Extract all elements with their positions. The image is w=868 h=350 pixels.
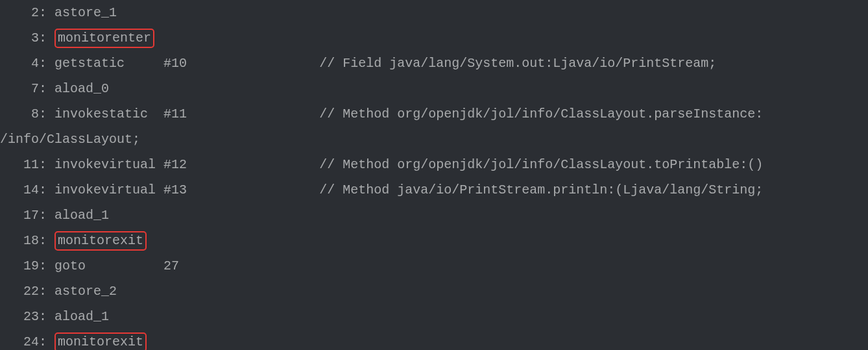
code-line: 14: invokevirtual #13 // Method java/io/… (0, 177, 868, 203)
bytecode-offset: 22: (23, 279, 47, 304)
spacer (47, 157, 54, 172)
instruction: astore_2 (54, 279, 117, 304)
spacer (47, 309, 54, 324)
bytecode-offset: 19: (23, 253, 47, 279)
indent (0, 56, 31, 71)
instruction: goto (54, 253, 86, 279)
bytecode-offset: 23: (23, 304, 47, 329)
indent (0, 106, 31, 121)
code-line: 11: invokevirtual #12 // Method org/open… (0, 152, 868, 177)
bytecode-listing: 2: astore_1 3: monitorenter 4: getstatic… (0, 0, 868, 350)
instruction: aload_0 (54, 76, 109, 101)
code-line: 2: astore_1 (0, 0, 868, 25)
spacer (47, 81, 54, 96)
code-line: 22: astore_2 (0, 279, 868, 304)
instruction: astore_1 (54, 0, 117, 25)
bytecode-offset: 24: (23, 329, 47, 350)
bytecode-offset: 2: (31, 0, 47, 25)
instruction: aload_1 (54, 203, 109, 228)
instruction: invokevirtual (54, 177, 156, 203)
code-line: 8: invokestatic #11 // Method org/openjd… (0, 101, 868, 127)
code-line: 18: monitorexit (0, 228, 868, 253)
instruction: invokevirtual (54, 152, 156, 177)
spacer (86, 258, 163, 273)
operand: #12 (163, 152, 187, 177)
highlighted-instruction: monitorexit (54, 231, 147, 251)
spacer (187, 56, 319, 71)
instruction: invokestatic (54, 101, 148, 127)
comment: // Method java/io/PrintStream.println:(L… (319, 177, 763, 203)
bytecode-offset: 4: (31, 51, 47, 76)
operand: #13 (163, 177, 187, 203)
indent (0, 208, 23, 223)
code-line: 4: getstatic #10 // Field java/lang/Syst… (0, 51, 868, 76)
highlighted-instruction: monitorexit (54, 332, 147, 350)
indent (0, 233, 23, 248)
spacer (47, 233, 54, 248)
code-line: 17: aload_1 (0, 203, 868, 228)
indent (0, 157, 23, 172)
code-line: 3: monitorenter (0, 25, 868, 51)
code-line: 19: goto 27 (0, 253, 868, 279)
code-line: 7: aload_0 (0, 76, 868, 101)
comment: // Method org/openjdk/jol/info/ClassLayo… (319, 152, 763, 177)
bytecode-offset: 7: (31, 76, 47, 101)
indent (0, 31, 31, 45)
instruction: /info/ClassLayout; (0, 127, 140, 152)
indent (0, 182, 23, 197)
indent (0, 309, 23, 324)
instruction: getstatic (54, 51, 125, 76)
bytecode-offset: 18: (23, 228, 47, 253)
operand: #11 (163, 101, 187, 127)
spacer (47, 5, 54, 20)
comment: // Method org/openjdk/jol/info/ClassLayo… (319, 101, 763, 127)
spacer (148, 106, 163, 121)
spacer (125, 56, 163, 71)
bytecode-offset: 17: (23, 203, 47, 228)
operand: 27 (163, 253, 179, 279)
spacer (187, 106, 319, 121)
spacer (156, 157, 163, 172)
spacer (47, 56, 54, 71)
bytecode-offset: 3: (31, 25, 47, 51)
indent (0, 258, 23, 273)
indent (0, 81, 31, 96)
indent (0, 5, 31, 20)
spacer (47, 284, 54, 299)
code-line: 24: monitorexit (0, 329, 868, 350)
operand: #10 (163, 51, 187, 76)
spacer (47, 182, 54, 197)
spacer (187, 182, 319, 197)
spacer (47, 31, 54, 45)
code-line: 23: aload_1 (0, 304, 868, 329)
spacer (47, 334, 54, 349)
comment: // Field java/lang/System.out:Ljava/io/P… (319, 51, 716, 76)
bytecode-offset: 8: (31, 101, 47, 127)
spacer (187, 157, 319, 172)
instruction: aload_1 (54, 304, 109, 329)
spacer (47, 106, 54, 121)
bytecode-offset: 14: (23, 177, 47, 203)
indent (0, 284, 23, 299)
highlighted-instruction: monitorenter (54, 29, 154, 48)
spacer (47, 258, 54, 273)
indent (0, 334, 23, 349)
spacer (47, 208, 54, 223)
code-line: /info/ClassLayout; (0, 127, 868, 152)
bytecode-offset: 11: (23, 152, 47, 177)
spacer (156, 182, 163, 197)
